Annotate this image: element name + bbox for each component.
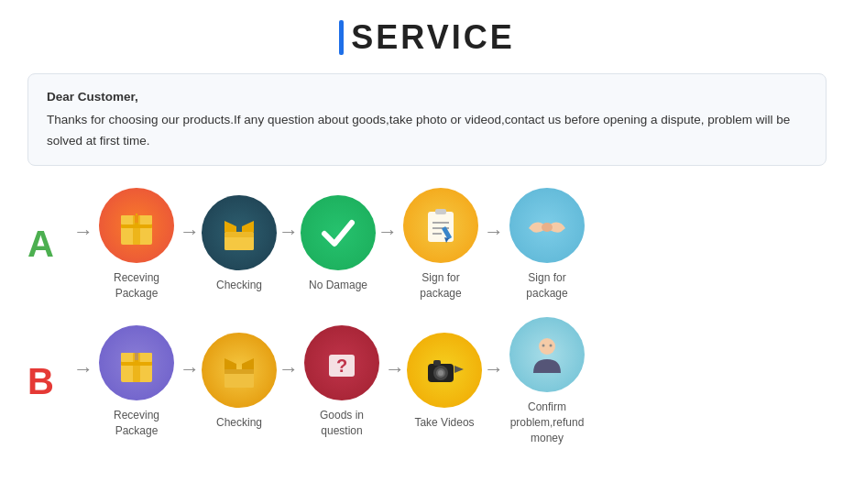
label-b1: Receving Package <box>95 408 178 439</box>
flow-item-a1: Receving Package <box>95 188 178 301</box>
svg-marker-25 <box>224 358 236 369</box>
svg-rect-22 <box>138 353 152 362</box>
svg-rect-3 <box>138 215 152 225</box>
svg-rect-10 <box>224 232 254 237</box>
arrow-b4: → <box>484 357 504 407</box>
flow-item-b2: Checking <box>202 333 277 431</box>
flow-section-b: B → Receving Package → <box>27 317 827 445</box>
label-b3: Goods in question <box>301 408 383 439</box>
arrow-b2: → <box>279 357 299 407</box>
icon-a4 <box>403 188 478 263</box>
icon-b5 <box>509 317 585 392</box>
icon-a1 <box>99 188 174 263</box>
icon-b2 <box>202 333 277 408</box>
flow-item-a3: No Damage <box>301 195 376 293</box>
arrow-b1: → <box>180 357 200 407</box>
svg-marker-7 <box>224 221 236 232</box>
flow-item-b3: ? Goods in question <box>301 325 383 439</box>
page-title: SERVICE <box>351 18 514 57</box>
svg-rect-23 <box>133 353 140 382</box>
svg-point-34 <box>438 370 443 376</box>
svg-point-37 <box>539 338 555 355</box>
svg-marker-26 <box>242 358 254 369</box>
icon-a3 <box>301 195 376 270</box>
flow-row-b: B → Receving Package → <box>27 317 827 445</box>
icon-b4 <box>407 333 482 408</box>
notice-body: Thanks for choosing our products.If any … <box>47 110 807 152</box>
icon-b1 <box>99 325 174 400</box>
svg-point-18 <box>542 223 553 232</box>
flow-row-a: A → <box>27 188 827 301</box>
flow-section-a: A → <box>27 188 827 301</box>
svg-marker-36 <box>454 366 464 373</box>
icon-a5 <box>509 188 585 263</box>
title-bar <box>339 20 344 55</box>
label-a4: Sign for package <box>400 270 482 301</box>
arrow-a2: → <box>279 220 299 269</box>
flow-item-b5: Confirm problem,refund money <box>506 317 588 445</box>
svg-text:?: ? <box>336 356 347 376</box>
arrow-a1: → <box>180 220 200 269</box>
flow-item-a4: Sign for package <box>400 188 482 301</box>
label-b2: Checking <box>216 415 262 431</box>
svg-point-38 <box>542 345 545 347</box>
flow-letter-b: B <box>27 361 64 402</box>
title-area: SERVICE <box>27 18 827 57</box>
arrow-b3: → <box>385 357 405 407</box>
flow-item-a5: Sign for package <box>506 188 588 301</box>
arrow-b0: → <box>73 357 93 407</box>
label-a2: Checking <box>216 278 262 293</box>
label-b5: Confirm problem,refund money <box>506 400 588 445</box>
label-a3: No Damage <box>309 278 367 293</box>
label-b4: Take Videos <box>414 415 474 431</box>
svg-rect-12 <box>435 209 446 214</box>
svg-rect-2 <box>121 215 135 225</box>
label-a5: Sign for package <box>506 270 588 301</box>
page: SERVICE Dear Customer, Thanks for choosi… <box>0 0 854 504</box>
svg-rect-28 <box>224 369 254 374</box>
svg-rect-21 <box>121 353 135 362</box>
svg-rect-4 <box>133 215 140 245</box>
svg-rect-35 <box>433 360 441 366</box>
flow-item-b4: Take Videos <box>407 333 482 431</box>
icon-b3: ? <box>304 325 379 400</box>
flow-letter-a: A <box>27 224 64 265</box>
svg-point-39 <box>550 345 553 347</box>
svg-marker-8 <box>242 221 254 232</box>
notice-box: Dear Customer, Thanks for choosing our p… <box>27 73 827 166</box>
arrow-a0: → <box>73 220 93 269</box>
label-a1: Receving Package <box>95 270 178 301</box>
icon-a2 <box>202 195 277 270</box>
flow-item-a2: Checking <box>202 195 277 293</box>
flow-item-b1: Receving Package <box>95 325 178 439</box>
notice-greeting: Dear Customer, <box>47 87 807 108</box>
arrow-a4: → <box>484 220 504 269</box>
arrow-a3: → <box>378 220 398 269</box>
